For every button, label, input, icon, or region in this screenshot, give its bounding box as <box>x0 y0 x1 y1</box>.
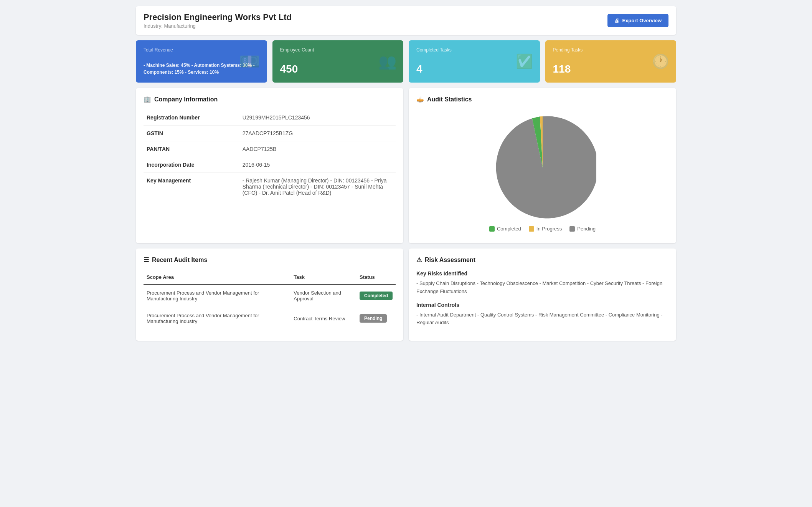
info-label: GSTIN <box>144 126 239 141</box>
legend-label-inprogress: In Progress <box>536 226 562 232</box>
info-value: AADCP7125B <box>239 141 396 157</box>
chart-legend: Completed In Progress Pending <box>489 226 596 232</box>
kpi-total-revenue: Total Revenue - Machine Sales: 45% - Aut… <box>136 40 267 83</box>
company-name: Precision Engineering Works Pvt Ltd <box>144 12 292 22</box>
info-label: Key Management <box>144 173 239 201</box>
risk-assessment-card: ⚠ Risk Assessment Key Risks Identified -… <box>409 249 676 341</box>
audit-task: Vendor Selection and Approval <box>290 284 356 307</box>
export-icon: 🖨 <box>614 18 619 23</box>
pie-chart <box>489 114 596 221</box>
info-label: PAN/TAN <box>144 141 239 157</box>
internal-controls-text: - Internal Audit Department - Quality Co… <box>416 311 668 327</box>
audit-scope: Procurement Process and Vendor Managemen… <box>144 307 290 330</box>
info-label: Registration Number <box>144 110 239 126</box>
company-info-row: Key Management - Rajesh Kumar (Managing … <box>144 173 396 201</box>
info-label: Incorporation Date <box>144 157 239 173</box>
col-status: Status <box>356 270 396 284</box>
legend-completed: Completed <box>489 226 521 232</box>
kpi-label-employees: Employee Count <box>280 47 396 53</box>
kpi-pending-tasks: Pending Tasks 118 🕐 <box>545 40 677 83</box>
header-card: Precision Engineering Works Pvt Ltd Indu… <box>136 6 676 35</box>
kpi-completed-tasks: Completed Tasks 4 ✅ <box>409 40 540 83</box>
info-value: U29199MH2015PLC123456 <box>239 110 396 126</box>
kpi-employee-count: Employee Count 450 👥 <box>272 40 404 83</box>
recent-audit-title: ☰ Recent Audit Items <box>144 256 396 263</box>
recent-audit-card: ☰ Recent Audit Items Scope Area Task Sta… <box>136 249 403 341</box>
company-info-row: GSTIN 27AADCP7125B1ZG <box>144 126 396 141</box>
audit-statistics-title: 🥧 Audit Statistics <box>416 96 668 103</box>
industry-label: Industry: Manufacturing <box>144 23 292 29</box>
key-risks-text: - Supply Chain Disruptions - Technology … <box>416 280 668 296</box>
employees-icon: 👥 <box>378 53 396 70</box>
company-info-row: Incorporation Date 2016-06-15 <box>144 157 396 173</box>
pie-chart-icon: 🥧 <box>416 96 424 103</box>
audit-row: Procurement Process and Vendor Managemen… <box>144 307 396 330</box>
company-info-table: Registration Number U29199MH2015PLC12345… <box>144 110 396 200</box>
status-badge: Completed <box>360 292 393 300</box>
info-value: 27AADCP7125B1ZG <box>239 126 396 141</box>
col-scope: Scope Area <box>144 270 290 284</box>
export-button[interactable]: 🖨 Export Overview <box>607 14 668 27</box>
company-header: Precision Engineering Works Pvt Ltd Indu… <box>144 12 292 29</box>
pending-icon: 🕐 <box>652 53 669 70</box>
risk-assessment-title: ⚠ Risk Assessment <box>416 256 668 263</box>
pie-pending <box>496 116 596 218</box>
audit-scope: Procurement Process and Vendor Managemen… <box>144 284 290 307</box>
legend-label-completed: Completed <box>497 226 521 232</box>
legend-in-progress: In Progress <box>529 226 562 232</box>
info-value: 2016-06-15 <box>239 157 396 173</box>
company-info-row: PAN/TAN AADCP7125B <box>144 141 396 157</box>
company-info-row: Registration Number U29199MH2015PLC12345… <box>144 110 396 126</box>
chart-container: Completed In Progress Pending <box>416 110 668 235</box>
key-risks-label: Key Risks Identified <box>416 270 668 277</box>
status-badge: Pending <box>360 314 387 323</box>
company-info-card: 🏢 Company Information Registration Numbe… <box>136 88 403 243</box>
warning-icon: ⚠ <box>416 256 422 263</box>
audit-task: Contract Terms Review <box>290 307 356 330</box>
kpi-value-pending: 118 <box>553 63 669 76</box>
middle-row: 🏢 Company Information Registration Numbe… <box>136 88 676 243</box>
audit-status: Pending <box>356 307 396 330</box>
building-icon: 🏢 <box>144 96 151 103</box>
legend-dot-pending <box>569 226 575 232</box>
internal-controls-label: Internal Controls <box>416 302 668 308</box>
completed-icon: ✅ <box>516 53 533 70</box>
audit-statistics-card: 🥧 Audit Statistics <box>409 88 676 243</box>
legend-dot-inprogress <box>529 226 534 232</box>
revenue-icon: 💵 <box>239 51 260 71</box>
kpi-value-completed: 4 <box>416 63 532 76</box>
kpi-row: Total Revenue - Machine Sales: 45% - Aut… <box>136 40 676 83</box>
legend-pending: Pending <box>569 226 596 232</box>
bottom-row: ☰ Recent Audit Items Scope Area Task Sta… <box>136 249 676 341</box>
info-value: - Rajesh Kumar (Managing Director) - DIN… <box>239 173 396 201</box>
company-info-title: 🏢 Company Information <box>144 96 396 103</box>
col-task: Task <box>290 270 356 284</box>
legend-dot-completed <box>489 226 495 232</box>
audit-table: Scope Area Task Status Procurement Proce… <box>144 270 396 330</box>
kpi-label-pending: Pending Tasks <box>553 47 669 53</box>
list-icon: ☰ <box>144 256 149 263</box>
legend-label-pending: Pending <box>577 226 596 232</box>
kpi-label-completed: Completed Tasks <box>416 47 532 53</box>
audit-row: Procurement Process and Vendor Managemen… <box>144 284 396 307</box>
risk-section: Key Risks Identified - Supply Chain Disr… <box>416 270 668 327</box>
audit-status: Completed <box>356 284 396 307</box>
